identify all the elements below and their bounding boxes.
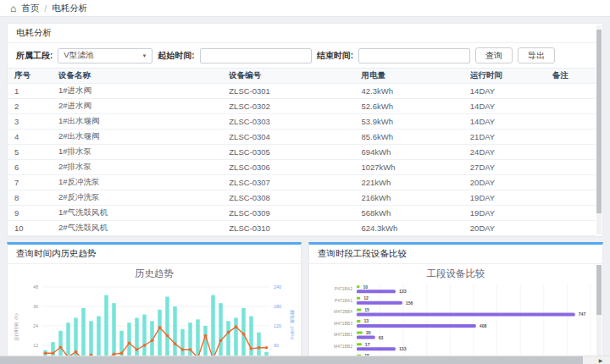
svg-text:133: 133: [399, 346, 407, 351]
table-cell: 4: [8, 130, 52, 145]
table-header-cell: 设备编号: [222, 69, 354, 84]
svg-text:17: 17: [365, 342, 370, 347]
end-time-input[interactable]: [358, 48, 470, 63]
table-cell: ZLSC-0309: [222, 206, 354, 221]
search-button[interactable]: 查询: [475, 47, 513, 63]
table-cell: 1027kWh: [354, 160, 463, 175]
table-header-row: 序号设备名称设备编号用电量运行时间备注: [8, 69, 596, 84]
filter-bar: 所属工段: V型滤池 ▼ 起始时间: 结束时间: 查询 导出: [8, 43, 602, 68]
table-cell: 10: [8, 221, 52, 236]
table-vertical-scrollbar[interactable]: [596, 25, 602, 234]
table-cell: 14DAY: [463, 99, 546, 114]
table-cell: ZLSC-0302: [222, 99, 354, 114]
table-row: 51#排水泵ZLSC-0305694kWh24DAY: [8, 145, 596, 160]
home-icon[interactable]: ⌂: [10, 3, 16, 14]
table-cell: 19DAY: [463, 206, 546, 221]
svg-text:180: 180: [274, 304, 281, 309]
horizontal-scrollbar[interactable]: ▶: [0, 356, 610, 364]
breadcrumb-home[interactable]: 首页: [21, 3, 39, 14]
table-cell: [546, 130, 596, 145]
table-row: 82#反冲洗泵ZLSC-0308216kWh19DAY: [8, 190, 596, 206]
table-cell: 1#气洗鼓风机: [52, 206, 222, 221]
horizontal-scrollbar-thumb[interactable]: [0, 356, 583, 364]
history-trend-chart: 012243648060120180240运行时间（h）用电量（kWh）11.1…: [8, 280, 299, 364]
svg-text:156: 156: [406, 301, 413, 306]
svg-text:M471BB1: M471BB1: [334, 332, 352, 337]
table-cell: 85.6kWh: [354, 130, 463, 145]
table-cell: 21DAY: [463, 130, 546, 145]
table-cell: ZLSC-0303: [222, 114, 354, 130]
table-header-cell: 序号: [8, 69, 52, 84]
table-cell: 14DAY: [463, 84, 546, 99]
table-header-cell: 备注: [546, 69, 596, 84]
compare-chart-title: 工段设备比较: [309, 264, 602, 280]
svg-text:用电量（kWh）: 用电量（kWh）: [289, 310, 295, 343]
svg-text:M472BB4: M472BB4: [334, 309, 352, 314]
table-cell: 3: [8, 114, 52, 130]
history-trend-panel: 查询时间内历史趋势 历史趋势 012243648060120180240运行时间…: [7, 242, 302, 364]
table-cell: ZLSC-0305: [222, 145, 354, 160]
power-analysis-panel: 电耗分析 所属工段: V型滤池 ▼ 起始时间: 结束时间: 查询 导出 序号设备…: [7, 23, 603, 237]
table-cell: 8: [8, 190, 52, 206]
table-row: 22#进水阀ZLSC-030252.6kWh14DAY: [8, 99, 596, 114]
compare-vertical-scrollbar[interactable]: [596, 265, 602, 364]
table-row: 31#出水堰阀ZLSC-030353.9kWh14DAY: [8, 114, 596, 130]
table-cell: 14DAY: [463, 114, 546, 130]
breadcrumb-separator: /: [44, 3, 47, 14]
table-cell: [546, 99, 596, 114]
table-cell: 694kWh: [354, 145, 463, 160]
table-cell: 7: [8, 175, 52, 190]
table-cell: 20DAY: [463, 221, 546, 236]
svg-text:15: 15: [364, 307, 369, 312]
table-cell: 2#排水泵: [52, 160, 222, 175]
panel-title: 电耗分析: [8, 24, 602, 43]
svg-text:13: 13: [363, 318, 369, 323]
table-row: 62#排水泵ZLSC-03061027kWh27DAY: [8, 160, 596, 175]
svg-text:P471BA1: P471BA1: [335, 298, 352, 303]
table-cell: 2#出水堰阀: [52, 130, 222, 145]
svg-text:M471BB3: M471BB3: [334, 321, 352, 326]
scroll-right-arrow-icon[interactable]: ▶: [595, 356, 607, 364]
table-cell: ZLSC-0308: [222, 190, 354, 206]
compare-scrollbar-thumb[interactable]: [596, 265, 602, 315]
table-cell: 1: [8, 84, 52, 99]
table-cell: 42.3kWh: [354, 84, 463, 99]
table-cell: [546, 221, 596, 236]
table-cell: [546, 206, 596, 221]
device-table: 序号设备名称设备编号用电量运行时间备注 11#进水阀ZLSC-030142.3k…: [8, 68, 596, 236]
section-select[interactable]: V型滤池 ▼: [58, 48, 152, 63]
chevron-down-icon: ▼: [141, 53, 147, 58]
table-cell: [546, 84, 596, 99]
table-cell: 19DAY: [463, 190, 546, 206]
table-header-cell: 设备名称: [52, 69, 222, 84]
table-cell: 6: [8, 160, 52, 175]
table-cell: 2: [8, 99, 52, 114]
svg-text:133: 133: [399, 289, 407, 294]
breadcrumb-current[interactable]: 电耗分析: [52, 3, 87, 14]
table-cell: 2#反冲洗泵: [52, 190, 222, 206]
end-time-label: 结束时间:: [317, 50, 353, 62]
table-row: 91#气洗鼓风机ZLSC-0309568kWh19DAY: [8, 206, 596, 221]
table-cell: ZLSC-0304: [222, 130, 354, 145]
table-cell: ZLSC-0301: [222, 84, 354, 99]
svg-text:747: 747: [579, 312, 586, 317]
table-cell: ZLSC-0310: [222, 221, 354, 236]
svg-text:408: 408: [480, 323, 487, 328]
svg-text:63: 63: [379, 335, 384, 340]
table-cell: 24DAY: [463, 145, 546, 160]
table-cell: 216kWh: [354, 190, 463, 206]
svg-text:120: 120: [274, 323, 281, 328]
table-cell: 20DAY: [463, 175, 546, 190]
table-cell: 2#气洗鼓风机: [52, 221, 222, 236]
table-scrollbar-thumb[interactable]: [596, 30, 602, 213]
breadcrumb: ⌂ 首页 / 电耗分析: [0, 0, 610, 17]
svg-text:20: 20: [366, 330, 371, 335]
table-header-cell: 用电量: [354, 69, 463, 84]
export-button[interactable]: 导出: [518, 47, 555, 63]
table-row: 71#反冲洗泵ZLSC-0307221kWh20DAY: [8, 175, 596, 190]
svg-text:36: 36: [33, 304, 38, 309]
table-cell: 568kWh: [354, 206, 463, 221]
start-time-input[interactable]: [200, 48, 312, 63]
table-cell: 624.3kWh: [354, 221, 463, 236]
table-cell: [546, 114, 596, 130]
